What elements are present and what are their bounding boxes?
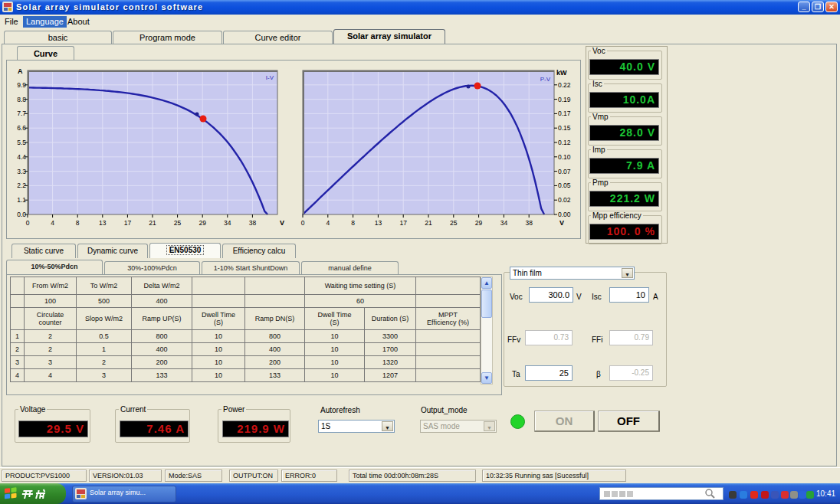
svg-text:4: 4 (51, 219, 54, 227)
svg-text:8: 8 (351, 219, 355, 227)
svg-text:7.7: 7.7 (17, 110, 26, 117)
svg-text:A: A (18, 67, 23, 75)
svg-text:25: 25 (450, 219, 458, 227)
svg-text:17: 17 (399, 219, 407, 227)
svg-text:4.4: 4.4 (17, 153, 26, 161)
svg-text:8: 8 (76, 219, 80, 227)
svg-text:0.22: 0.22 (558, 81, 571, 89)
svg-text:0.02: 0.02 (558, 196, 571, 204)
svg-text:21: 21 (425, 219, 432, 227)
svg-text:0: 0 (26, 219, 30, 227)
svg-text:0.17: 0.17 (558, 110, 571, 117)
svg-text:29: 29 (475, 219, 483, 227)
svg-text:2.2: 2.2 (17, 182, 26, 189)
svg-text:13: 13 (375, 219, 382, 227)
svg-text:21: 21 (149, 219, 156, 227)
svg-text:V: V (280, 219, 284, 227)
svg-text:8.8: 8.8 (17, 96, 26, 103)
svg-text:kW: kW (556, 69, 567, 77)
svg-text:38: 38 (249, 219, 257, 227)
svg-text:0.12: 0.12 (558, 139, 571, 146)
svg-text:P-V: P-V (540, 76, 551, 83)
svg-text:3.3: 3.3 (17, 168, 26, 175)
svg-text:0.0: 0.0 (17, 211, 26, 218)
svg-text:0: 0 (301, 219, 305, 227)
svg-text:0.15: 0.15 (558, 124, 571, 132)
svg-text:6.6: 6.6 (17, 124, 26, 132)
svg-text:13: 13 (99, 219, 107, 227)
svg-text:38: 38 (525, 219, 533, 227)
svg-text:25: 25 (174, 219, 182, 227)
svg-text:29: 29 (199, 219, 206, 227)
svg-text:0.19: 0.19 (558, 96, 571, 103)
svg-text:0.07: 0.07 (558, 168, 571, 175)
svg-text:17: 17 (124, 219, 132, 227)
svg-text:4: 4 (326, 219, 330, 227)
svg-text:9.9: 9.9 (17, 81, 26, 89)
svg-text:0.10: 0.10 (558, 153, 571, 161)
svg-text:34: 34 (500, 219, 508, 227)
svg-text:34: 34 (224, 219, 231, 227)
svg-text:0.05: 0.05 (558, 182, 571, 189)
svg-text:5.5: 5.5 (17, 139, 26, 146)
svg-text:I-V: I-V (266, 74, 274, 81)
svg-text:V: V (559, 219, 564, 227)
svg-text:1.1: 1.1 (17, 196, 26, 204)
svg-text:0.00: 0.00 (558, 211, 571, 218)
